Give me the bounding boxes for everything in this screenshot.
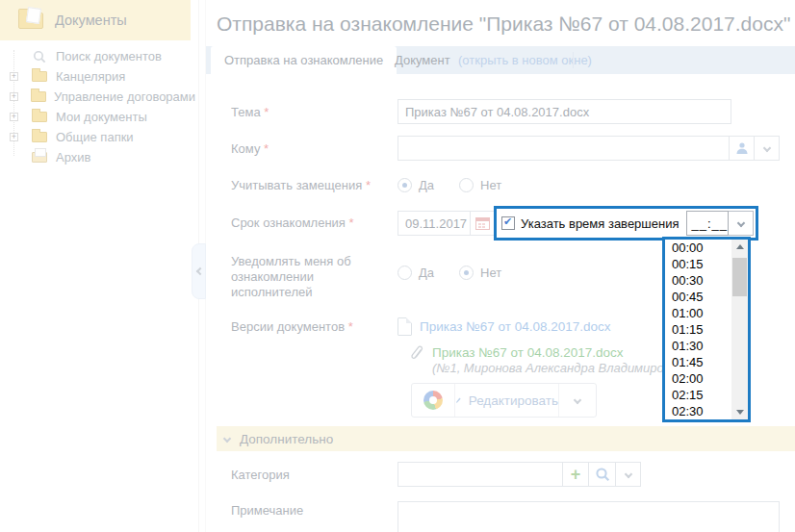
dropdown-scrollbar[interactable] <box>731 240 748 419</box>
specify-end-time-checkbox[interactable] <box>501 216 515 230</box>
triangle-up-icon <box>736 244 744 249</box>
time-option[interactable]: 01:30 <box>665 338 731 354</box>
specify-end-time-label: Указать время завершения <box>521 216 679 231</box>
time-dropdown-list: 00:0000:1500:3000:4501:0001:1501:3001:45… <box>665 240 731 419</box>
time-option[interactable]: 02:30 <box>665 403 731 419</box>
time-option[interactable]: 01:15 <box>665 321 731 338</box>
time-option[interactable]: 00:15 <box>665 256 731 272</box>
time-option[interactable]: 01:45 <box>665 354 731 370</box>
end-time-input[interactable]: __:__ <box>686 211 729 236</box>
time-dropdown: 00:0000:1500:3000:4501:0001:1501:3001:45… <box>662 237 751 422</box>
time-checkbox-group: Указать время завершения __:__ <box>494 206 758 241</box>
time-option[interactable]: 02:15 <box>665 387 731 403</box>
scroll-up-button[interactable] <box>731 240 748 254</box>
triangle-down-icon <box>736 410 744 415</box>
scrollbar-thumb[interactable] <box>732 258 747 296</box>
time-option[interactable]: 00:45 <box>665 289 731 305</box>
time-dropdown-button[interactable] <box>729 211 754 236</box>
time-option[interactable]: 00:30 <box>665 272 731 289</box>
time-option[interactable]: 01:00 <box>665 305 731 321</box>
time-option[interactable]: 02:00 <box>665 370 731 387</box>
chevron-down-icon <box>737 219 745 227</box>
scroll-down-button[interactable] <box>731 405 748 419</box>
app-window: Документы Поиск документов + Канцелярия … <box>0 0 795 532</box>
time-option[interactable]: 00:00 <box>665 240 731 256</box>
